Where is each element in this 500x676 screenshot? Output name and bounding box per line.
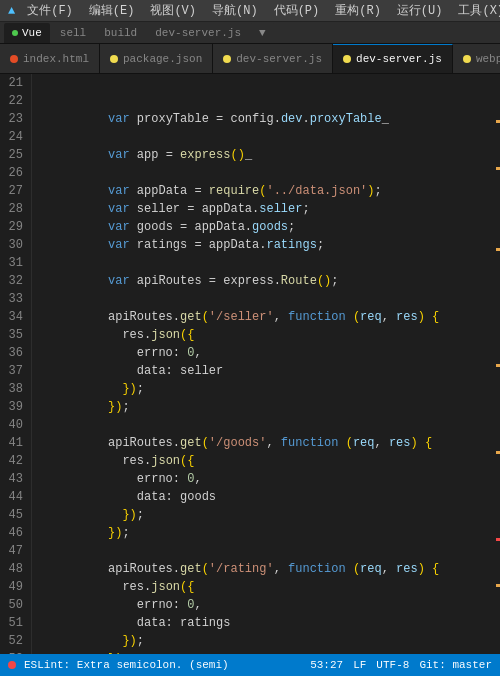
code-line-37: }); [36,362,486,380]
code-line-28: var goods = appData.goods; [36,200,486,218]
code-line-39 [36,398,486,416]
tab-more[interactable]: ▼ [251,23,274,43]
tab-vue[interactable]: Vue [4,23,50,43]
code-line-26: var appData = require('../data.json'); [36,164,486,182]
file-tab-index-html[interactable]: index.html [0,44,100,74]
code-line-23 [36,110,486,128]
code-line-36: data: seller [36,344,486,362]
menu-code[interactable]: 代码(P) [270,2,324,19]
line-num-27: 27 [4,182,23,200]
line-num-40: 40 [4,416,23,434]
js-file-icon-1 [223,55,231,63]
code-line-49: errno: 0, [36,578,486,596]
menu-run[interactable]: 运行(U) [393,2,447,19]
tab-build[interactable]: build [96,23,145,43]
line-num-31: 31 [4,254,23,272]
eslint-message: ESLint: Extra semicolon. (semi) [24,659,229,671]
code-line-47: apiRoutes.get('/rating', function (req, … [36,542,486,560]
code-line-29: var ratings = appData.ratings; [36,218,486,236]
line-num-24: 24 [4,128,23,146]
status-right: 53:27 LF UTF-8 Git: master [310,659,492,671]
app-tab-bar: Vue sell build dev-server.js ▼ [0,22,500,44]
line-num-23: 23 [4,110,23,128]
code-line-33: apiRoutes.get('/seller', function (req, … [36,290,486,308]
code-editor[interactable]: 21 22 23 24 25 26 27 28 29 30 31 32 33 3… [0,74,500,654]
file-tab-dev-server-2[interactable]: dev-server.js [333,44,453,74]
git-branch: Git: master [419,659,492,671]
code-line-31: var apiRoutes = express.Route(); [36,254,486,272]
line-num-42: 42 [4,452,23,470]
code-line-42: errno: 0, [36,452,486,470]
encoding: UTF-8 [376,659,409,671]
code-line-38: }); [36,380,486,398]
file-tab-webpack[interactable]: webpack.dev.conf.js [453,44,500,74]
line-num-50: 50 [4,596,23,614]
line-ending: LF [353,659,366,671]
scroll-marker-1 [496,120,500,123]
code-line-46 [36,524,486,542]
line-num-39: 39 [4,398,23,416]
line-num-41: 41 [4,434,23,452]
file-tab-package-json[interactable]: package.json [100,44,213,74]
scroll-marker-5 [496,451,500,454]
code-line-48: res.json({ [36,560,486,578]
status-left: ESLint: Extra semicolon. (semi) [8,659,298,671]
js-file-icon-3 [463,55,471,63]
code-line-24: var app = express()_ [36,128,486,146]
line-num-22: 22 [4,92,23,110]
code-line-22: var proxyTable = config.dev.proxyTable_ [36,92,486,110]
menu-edit[interactable]: 编辑(E) [85,2,139,19]
line-num-51: 51 [4,614,23,632]
line-num-33: 33 [4,290,23,308]
code-line-34: res.json({ [36,308,486,326]
code-line-50: data: ratings [36,596,486,614]
line-numbers: 21 22 23 24 25 26 27 28 29 30 31 32 33 3… [0,74,32,654]
app-container: ▲ 文件(F) 编辑(E) 视图(V) 导航(N) 代码(P) 重构(R) 运行… [0,0,500,654]
title-bar: ▲ 文件(F) 编辑(E) 视图(V) 导航(N) 代码(P) 重构(R) 运行… [0,0,500,22]
tab-dot-vue [12,30,18,36]
line-num-30: 30 [4,236,23,254]
code-line-40: apiRoutes.get('/goods', function (req, r… [36,416,486,434]
line-num-36: 36 [4,344,23,362]
line-num-34: 34 [4,308,23,326]
code-line-51: }); [36,614,486,632]
html-file-icon [10,55,18,63]
scroll-marker-3 [496,248,500,251]
line-num-37: 37 [4,362,23,380]
cursor-position: 53:27 [310,659,343,671]
line-num-48: 48 [4,560,23,578]
scroll-marker-2 [496,167,500,170]
line-num-43: 43 [4,470,23,488]
scroll-marker-6 [496,538,500,541]
code-line-21 [36,74,486,92]
line-num-32: 32 [4,272,23,290]
line-num-46: 46 [4,524,23,542]
code-line-32 [36,272,486,290]
code-line-52: }); [36,632,486,650]
code-line-30 [36,236,486,254]
line-num-44: 44 [4,488,23,506]
menu-file[interactable]: 文件(F) [23,2,77,19]
error-indicator [8,661,16,669]
code-line-44: }); [36,488,486,506]
tab-dev-server[interactable]: dev-server.js [147,23,249,43]
menu-view[interactable]: 视图(V) [146,2,200,19]
line-num-38: 38 [4,380,23,398]
code-line-45: }); [36,506,486,524]
file-tab-bar: index.html package.json dev-server.js de… [0,44,500,74]
line-num-26: 26 [4,164,23,182]
line-num-45: 45 [4,506,23,524]
code-line-41: res.json({ [36,434,486,452]
menu-tools[interactable]: 工具(X) [454,2,500,19]
status-bar: ESLint: Extra semicolon. (semi) 53:27 LF… [0,654,500,676]
scroll-marker-4 [496,364,500,367]
code-line-25 [36,146,486,164]
menu-refactor[interactable]: 重构(R) [331,2,385,19]
file-tab-dev-server-1[interactable]: dev-server.js [213,44,333,74]
tab-sell[interactable]: sell [52,23,94,43]
line-num-49: 49 [4,578,23,596]
scrollbar[interactable] [490,74,500,654]
js-file-icon-2 [343,55,351,63]
menu-nav[interactable]: 导航(N) [208,2,262,19]
json-file-icon [110,55,118,63]
